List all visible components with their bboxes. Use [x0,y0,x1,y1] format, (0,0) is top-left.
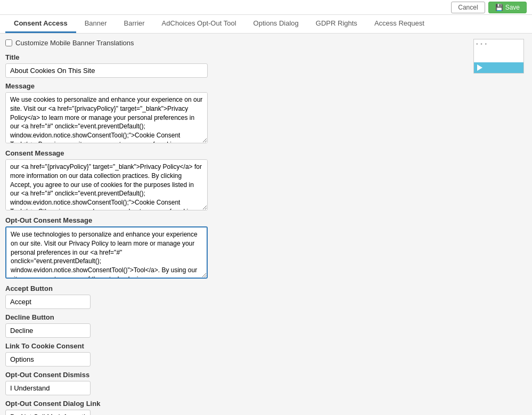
preview-play-button[interactable] [474,62,523,73]
title-field-group: Title [5,53,468,78]
consent-message-field-group: Consent Message our <a href="{privacyPol… [5,149,468,212]
consent-message-label: Consent Message [5,149,468,157]
opt-out-consent-field-group: Opt-Out Consent Message We use technolog… [5,216,468,280]
tab-barrier[interactable]: Barrier [116,15,153,33]
link-cookie-label: Link To Cookie Consent [5,342,468,350]
decline-button-input[interactable] [5,323,91,338]
customize-mobile-row: Customize Mobile Banner Translations [5,39,468,47]
opt-out-consent-label: Opt-Out Consent Message [5,216,468,224]
tab-access-request[interactable]: Access Request [366,15,433,33]
consent-message-textarea[interactable]: our <a href="{privacyPolicy}" target="_b… [5,159,208,210]
opt-out-dialog-link-field-group: Opt-Out Consent Dialog Link [5,400,468,415]
accept-button-input[interactable] [5,295,91,309]
save-label: Save [505,4,520,11]
decline-button-field-group: Decline Button [5,313,468,338]
customize-mobile-label[interactable]: Customize Mobile Banner Translations [15,39,134,47]
customize-mobile-checkbox[interactable] [5,39,12,46]
preview-box: • • • [473,39,524,74]
top-bar: Cancel 💾 Save [0,0,532,15]
save-icon: 💾 [495,4,503,11]
message-field-group: Message We use cookies to personalize an… [5,82,468,145]
preview-dots: • • • [476,41,487,47]
accept-button-label: Accept Button [5,284,468,292]
title-input[interactable] [5,63,208,78]
tab-options-dialog[interactable]: Options Dialog [245,15,307,33]
tab-consent-access[interactable]: Consent Access [5,15,76,33]
opt-out-dismiss-input[interactable] [5,381,91,395]
play-triangle-icon [477,64,482,71]
save-button[interactable]: 💾 Save [488,2,527,13]
link-cookie-field-group: Link To Cookie Consent [5,342,468,367]
tab-adchoices[interactable]: AdChoices Opt-Out Tool [153,15,245,33]
opt-out-dialog-link-input[interactable] [5,410,91,415]
opt-out-dialog-link-label: Opt-Out Consent Dialog Link [5,400,468,408]
tab-bar: Consent Access Banner Barrier AdChoices … [0,15,532,34]
tab-gdpr-rights[interactable]: GDPR Rights [307,15,366,33]
link-cookie-input[interactable] [5,352,91,367]
opt-out-dismiss-field-group: Opt-Out Consent Dismiss [5,371,468,395]
right-panel: • • • [473,39,527,415]
cancel-button[interactable]: Cancel [451,2,485,13]
tab-banner[interactable]: Banner [76,15,116,33]
title-label: Title [5,53,468,61]
accept-button-field-group: Accept Button [5,284,468,309]
opt-out-consent-textarea[interactable]: We use technologies to personalize and e… [5,226,208,279]
left-panel: Customize Mobile Banner Translations Tit… [5,39,468,415]
opt-out-dismiss-label: Opt-Out Consent Dismiss [5,371,468,379]
decline-button-label: Decline Button [5,313,468,321]
message-textarea[interactable]: We use cookies to personalize and enhanc… [5,92,208,143]
message-label: Message [5,82,468,90]
main-content: Customize Mobile Banner Translations Tit… [0,34,532,415]
